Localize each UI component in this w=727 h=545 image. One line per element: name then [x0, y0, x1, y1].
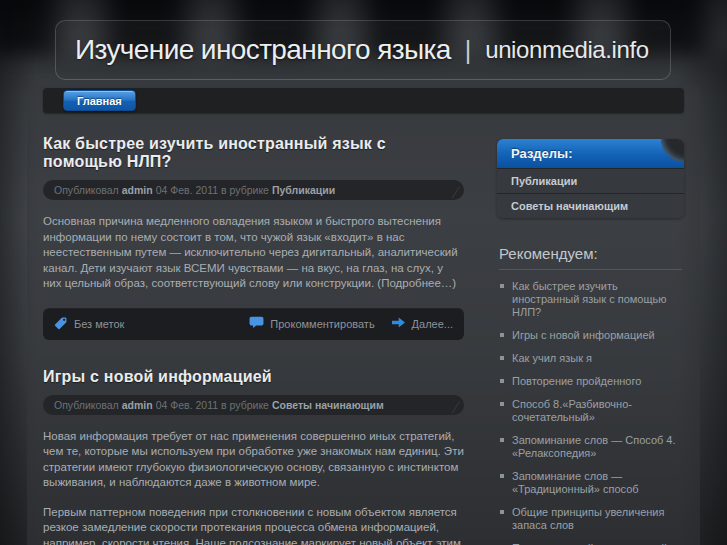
- post-1-footer-right: Прокомментировать Далее...: [249, 316, 453, 331]
- corner-fold-decoration: [661, 139, 684, 162]
- recommend-link[interactable]: Запоминание слов — Способ 4. «Релаксопед…: [512, 434, 676, 459]
- read-more-label: Далее...: [412, 318, 453, 330]
- post-1-footer: Без меток Прокомментировать: [43, 308, 464, 340]
- title-separator: |: [465, 36, 472, 65]
- category-link[interactable]: Публикации: [272, 184, 335, 196]
- rubric-label: в рубрике: [221, 184, 269, 196]
- content-panel: Главная Как быстрее изучить иностранный …: [27, 85, 700, 545]
- columns: Как быстрее изучить иностранный язык с п…: [43, 122, 684, 545]
- page-background: Изучение иностранного языка | unionmedia…: [0, 0, 727, 545]
- recommend-list: Как быстрее изучить иностранный язык с п…: [497, 280, 684, 545]
- sidebar-item-sovety[interactable]: Советы начинающим: [497, 193, 684, 218]
- sections-title: Разделы:: [511, 146, 573, 161]
- post-2-title[interactable]: Игры с новой информацией: [43, 368, 464, 386]
- list-item: Способ 8.«Разбивочно-сочетательный»: [499, 398, 684, 424]
- sidebar-item-publikacii[interactable]: Публикации: [497, 168, 684, 193]
- recommend-link[interactable]: Игры с новой информацией: [512, 329, 655, 341]
- list-item: Как учил язык я: [499, 352, 684, 365]
- post-1: Как быстрее изучить иностранный язык с п…: [43, 135, 464, 340]
- tags-label: Без меток: [74, 318, 124, 330]
- nav-home-button[interactable]: Главная: [63, 90, 136, 111]
- main-nav: Главная: [43, 88, 684, 113]
- list-item: Игры с новой информацией: [499, 329, 684, 342]
- site-title-link[interactable]: Изучение иностранного языка | unionmedia…: [75, 34, 649, 66]
- posts-column: Как быстрее изучить иностранный язык с п…: [43, 122, 464, 545]
- post-1-meta: Опубликовалadmin04 Фев. 2011в рубрикеПуб…: [43, 180, 464, 200]
- comment-bubble-icon: [249, 316, 264, 331]
- list-item: Как быстрее изучить иностранный язык с п…: [499, 280, 684, 319]
- read-more-inline-link[interactable]: (Подробнее…): [377, 277, 456, 289]
- recommend-heading: Рекомендуем:: [499, 245, 682, 270]
- published-label: Опубликовал: [54, 399, 119, 411]
- author-link[interactable]: admin: [122, 184, 153, 196]
- site-header: Изучение иностранного языка | unionmedia…: [55, 20, 671, 80]
- post-2-meta: Опубликовалadmin04 Фев. 2011в рубрикеСов…: [43, 395, 464, 415]
- category-link[interactable]: Советы начинающим: [272, 399, 384, 411]
- post-2: Игры с новой информацией Опубликовалadmi…: [43, 368, 464, 545]
- read-more-link[interactable]: Далее...: [391, 316, 453, 331]
- recommend-link[interactable]: Повторение пройденного: [512, 375, 641, 387]
- site-title: Изучение иностранного языка: [75, 34, 451, 66]
- list-item: Запоминание слов — Способ 4. «Релаксопед…: [499, 434, 684, 460]
- post-2-text: Первым паттерном поведения при столкнове…: [43, 506, 462, 545]
- author-link[interactable]: admin: [122, 399, 153, 411]
- post-2-paragraph-1: Новая информация требует от нас применен…: [43, 429, 464, 491]
- recommend-link[interactable]: Запоминание слов — «Традиционный» способ: [512, 470, 639, 495]
- post-date: 04 Фев. 2011: [156, 399, 218, 411]
- sidebar: Разделы: Публикации Советы начинающим Ре…: [497, 122, 684, 545]
- comment-link[interactable]: Прокомментировать: [249, 316, 374, 331]
- list-item: Общие принципы увеличения запаса слов: [499, 506, 684, 532]
- post-1-title[interactable]: Как быстрее изучить иностранный язык с п…: [43, 135, 464, 171]
- post-1-paragraph: Основная причина медленного овладения яз…: [43, 214, 464, 292]
- list-item: Повторение пройденного: [499, 375, 684, 388]
- site-domain: unionmedia.info: [485, 36, 648, 64]
- recommend-link[interactable]: Как быстрее изучить иностранный язык с п…: [512, 280, 666, 318]
- list-item: Запоминание слов — «Традиционный» способ: [499, 470, 684, 496]
- recommend-link[interactable]: Как учил язык я: [512, 352, 592, 364]
- recommend-link[interactable]: Общие принципы увеличения запаса слов: [512, 506, 664, 531]
- tags-link[interactable]: Без меток: [54, 316, 124, 332]
- arrow-right-icon: [391, 316, 406, 331]
- tag-icon: [54, 316, 68, 332]
- rubric-label: в рубрике: [221, 399, 269, 411]
- sections-widget-header: Разделы:: [497, 139, 684, 168]
- post-date: 04 Фев. 2011: [156, 184, 218, 196]
- published-label: Опубликовал: [54, 184, 119, 196]
- comment-label: Прокомментировать: [270, 318, 374, 330]
- sections-widget: Разделы: Публикации Советы начинающим: [497, 139, 684, 218]
- recommend-link[interactable]: Способ 8.«Разбивочно-сочетательный»: [512, 398, 632, 423]
- post-2-paragraph-2: Первым паттерном поведения при столкнове…: [43, 505, 464, 545]
